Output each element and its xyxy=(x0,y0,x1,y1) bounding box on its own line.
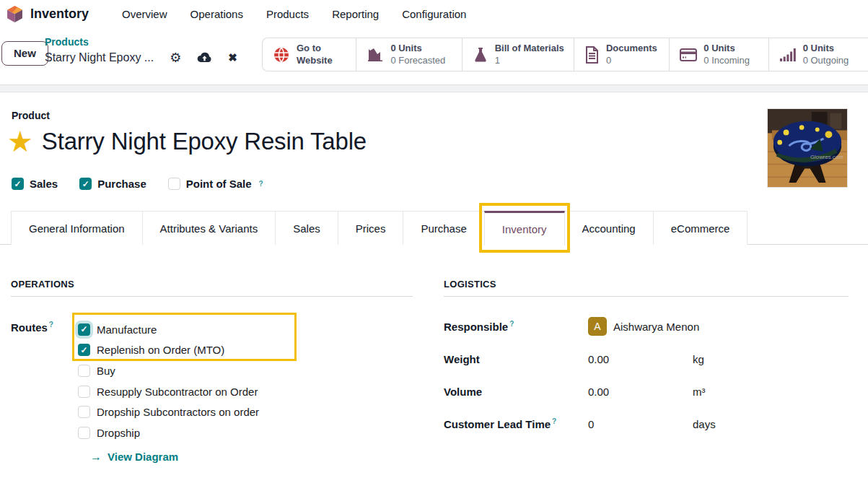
new-button[interactable]: New xyxy=(1,41,48,66)
route-buy[interactable]: Buy xyxy=(78,360,259,381)
breadcrumb: Products Starry Night Epoxy ... ⚙ ✖ xyxy=(45,36,237,66)
right-arrow-icon: → xyxy=(90,451,102,464)
weight-unit: kg xyxy=(693,353,849,365)
tab-ecommerce[interactable]: eCommerce xyxy=(653,211,748,245)
control-panel: New Products Starry Night Epoxy ... ⚙ ✖ … xyxy=(0,33,868,79)
avatar: A xyxy=(588,317,607,336)
product-name-field[interactable]: Starry Night Epoxy Resin Table xyxy=(42,128,367,155)
resupply-subcontractor-checkbox[interactable] xyxy=(78,386,90,398)
volume-unit: m³ xyxy=(693,386,849,398)
volume-field[interactable]: 0.00 xyxy=(588,381,693,401)
view-diagram-link[interactable]: → View Diagram xyxy=(90,451,259,464)
forecasted-stat-button[interactable]: 0 Units0 Forecasted xyxy=(356,38,462,71)
help-icon: ? xyxy=(259,180,263,188)
purchase-checkbox[interactable] xyxy=(79,178,92,190)
help-icon: ? xyxy=(49,321,53,329)
tab-general-information[interactable]: General Information xyxy=(11,211,143,245)
toggle-purchase[interactable]: Purchase xyxy=(79,178,146,190)
nav-item-reporting[interactable]: Reporting xyxy=(330,6,380,22)
go-to-website-button[interactable]: Go toWebsite xyxy=(263,38,356,71)
tab-purchase[interactable]: Purchase xyxy=(403,211,484,245)
manufacture-checkbox[interactable] xyxy=(78,323,90,336)
bill-of-materials-button[interactable]: Bill of Materials1 xyxy=(463,38,574,71)
nav-item-operations[interactable]: Operations xyxy=(189,6,245,22)
weight-label: Weight xyxy=(444,353,588,365)
point-of-sale-checkbox[interactable] xyxy=(168,178,180,190)
responsible-label: Responsible? xyxy=(444,320,588,333)
gear-icon[interactable]: ⚙ xyxy=(170,50,181,66)
nav-item-overview[interactable]: Overview xyxy=(120,6,169,22)
route-resupply-subcontractor[interactable]: Resupply Subcontractor on Order xyxy=(78,381,259,402)
tab-accounting[interactable]: Accounting xyxy=(564,211,654,245)
logistics-heading: LOGISTICS xyxy=(444,279,849,297)
tab-inventory[interactable]: Inventory xyxy=(484,211,565,245)
route-dropship[interactable]: Dropship xyxy=(78,422,259,443)
help-icon: ? xyxy=(552,417,556,425)
sale-toggles-row: Sales Purchase Point of Sale ? xyxy=(12,178,263,190)
dropship-checkbox[interactable] xyxy=(78,427,90,439)
top-navbar: Inventory Overview Operations Products R… xyxy=(0,0,868,27)
product-type-label: Product xyxy=(12,110,50,121)
route-manufacture[interactable]: Manufacture xyxy=(78,319,259,340)
documents-stat-button[interactable]: Documents0 xyxy=(574,38,670,71)
incoming-stat-button[interactable]: 0 Units0 Incoming xyxy=(670,38,768,71)
nav-item-products[interactable]: Products xyxy=(265,6,310,22)
stat-button-group: Go toWebsite 0 Units0 Forecasted Bill of… xyxy=(262,38,868,71)
routes-field-label: Routes? xyxy=(11,319,78,464)
buy-checkbox[interactable] xyxy=(78,365,90,377)
outgoing-stat-button[interactable]: 0 Units0 Outgoing xyxy=(769,38,868,71)
toggle-point-of-sale[interactable]: Point of Sale ? xyxy=(168,178,263,190)
route-dropship-subcontractors[interactable]: Dropship Subcontractors on order xyxy=(78,401,259,422)
flask-icon xyxy=(473,46,488,64)
dropship-subcontractors-checkbox[interactable] xyxy=(78,406,90,418)
route-replenish-mto[interactable]: Replenish on Order (MTO) xyxy=(78,340,259,361)
customer-lead-time-unit: days xyxy=(693,418,849,430)
customer-lead-time-label: Customer Lead Time? xyxy=(444,417,588,430)
product-image[interactable]: Glowres.com xyxy=(767,108,848,188)
globe-icon xyxy=(273,46,290,64)
sales-checkbox[interactable] xyxy=(12,178,24,190)
responsible-value[interactable]: Aishwarya Menon xyxy=(613,321,699,333)
toggle-sales[interactable]: Sales xyxy=(12,178,58,190)
notebook-tabs: General Information Attributes & Variant… xyxy=(0,211,868,245)
responsible-field[interactable]: A Aishwarya Menon xyxy=(588,316,849,336)
breadcrumb-current-record: Starry Night Epoxy ... xyxy=(45,51,154,64)
credit-card-icon xyxy=(680,48,697,62)
tab-sales[interactable]: Sales xyxy=(275,211,338,245)
volume-label: Volume xyxy=(444,386,588,398)
operations-section: OPERATIONS Routes? Manufacture Replenish… xyxy=(11,279,413,464)
discard-x-icon[interactable]: ✖ xyxy=(228,51,237,64)
file-text-icon xyxy=(584,46,600,64)
product-form-sheet: Product ★ Starry Night Epoxy Resin Table… xyxy=(0,92,868,478)
breadcrumb-products-link[interactable]: Products xyxy=(45,36,237,48)
help-icon: ? xyxy=(509,320,514,328)
nav-item-configuration[interactable]: Configuration xyxy=(400,6,468,22)
signal-bars-icon xyxy=(779,47,797,63)
replenish-mto-checkbox[interactable] xyxy=(78,344,90,356)
favorite-star-icon[interactable]: ★ xyxy=(7,127,33,156)
inventory-app-icon[interactable] xyxy=(6,5,24,23)
operations-heading: OPERATIONS xyxy=(11,279,413,297)
scroll-divider-strip xyxy=(0,84,868,92)
weight-field[interactable]: 0.00 xyxy=(588,349,693,369)
image-watermark: Glowres.com xyxy=(810,154,843,160)
logistics-section: LOGISTICS Responsible? A Aishwarya Menon… xyxy=(444,279,849,434)
routes-list: Manufacture Replenish on Order (MTO) Buy… xyxy=(78,319,259,464)
cloud-upload-icon[interactable] xyxy=(197,52,212,64)
tab-attributes-variants[interactable]: Attributes & Variants xyxy=(142,211,276,245)
area-chart-icon xyxy=(367,46,384,64)
app-name[interactable]: Inventory xyxy=(30,6,89,22)
customer-lead-time-field[interactable]: 0 xyxy=(588,414,693,434)
tab-prices[interactable]: Prices xyxy=(338,211,404,245)
